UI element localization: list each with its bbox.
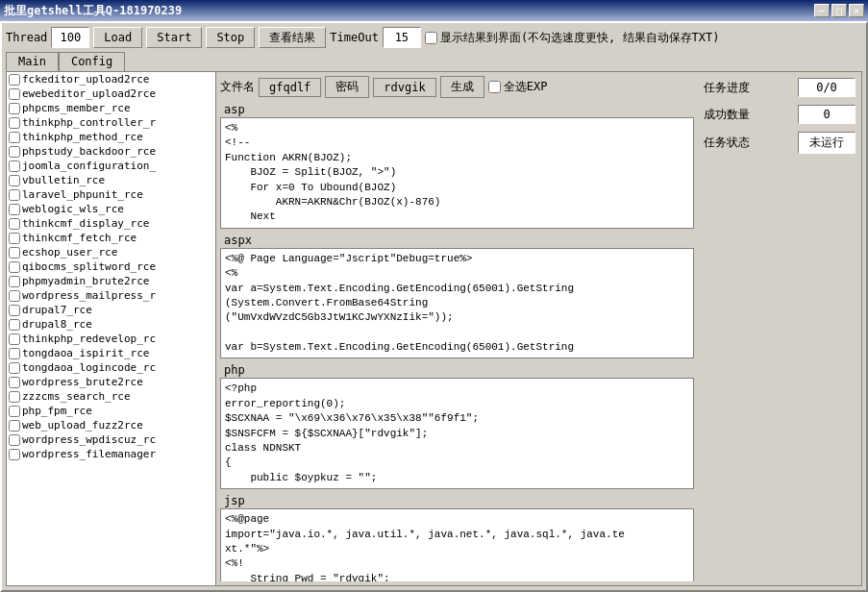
stop-button[interactable]: Stop bbox=[206, 27, 255, 48]
list-item[interactable]: vbulletin_rce bbox=[7, 173, 215, 187]
code-section: asp<% <!-- Function AKRN(BJOZ); BJOZ = S… bbox=[220, 102, 694, 229]
file-checkbox[interactable] bbox=[9, 319, 20, 331]
file-checkbox[interactable] bbox=[9, 103, 20, 114]
file-checkbox[interactable] bbox=[9, 88, 20, 100]
list-item[interactable]: drupal7_rce bbox=[7, 303, 215, 317]
list-item[interactable]: thinkphp_redevelop_rc bbox=[7, 332, 215, 346]
tab-main[interactable]: Main bbox=[6, 52, 59, 71]
file-checkbox[interactable] bbox=[9, 434, 20, 446]
file-checkbox[interactable] bbox=[9, 189, 20, 201]
code-section-label: asp bbox=[220, 102, 694, 117]
tab-config[interactable]: Config bbox=[59, 52, 125, 71]
all-exp-label[interactable]: 全选EXP bbox=[488, 79, 548, 95]
file-checkbox[interactable] bbox=[9, 247, 20, 259]
middle-toolbar: 文件名 gfqdlf 密码 rdvgik 生成 全选EXP bbox=[220, 76, 694, 98]
list-item[interactable]: drupal8_rce bbox=[7, 317, 215, 332]
list-item[interactable]: tongdaoa_ispirit_rce bbox=[7, 346, 215, 360]
thread-input[interactable] bbox=[51, 27, 89, 48]
close-button[interactable]: × bbox=[849, 4, 864, 17]
file-checkbox[interactable] bbox=[9, 261, 20, 273]
file-checkbox[interactable] bbox=[9, 117, 20, 129]
list-item[interactable]: wordpress_wpdiscuz_rc bbox=[7, 432, 215, 447]
task-progress-value: 0/0 bbox=[798, 78, 856, 97]
minimize-button[interactable]: ─ bbox=[814, 4, 830, 17]
list-item[interactable]: ecshop_user_rce bbox=[7, 245, 215, 259]
file-checkbox[interactable] bbox=[9, 290, 20, 302]
list-item[interactable]: thinkcmf_display_rce bbox=[7, 216, 215, 231]
list-item[interactable]: phpmyadmin_brute2rce bbox=[7, 274, 215, 288]
file-checkbox[interactable] bbox=[9, 276, 20, 287]
file-checkbox[interactable] bbox=[9, 305, 20, 316]
file-checkbox[interactable] bbox=[9, 74, 20, 86]
list-item[interactable]: weblogic_wls_rce bbox=[7, 202, 215, 216]
show-result-label: 显示结果到界面(不勾选速度更快, 结果自动保存TXT) bbox=[440, 30, 720, 46]
list-item[interactable]: zzzcms_search_rce bbox=[7, 389, 215, 404]
file-name: ewebeditor_upload2rce bbox=[22, 87, 156, 100]
list-item[interactable]: phpcms_member_rce bbox=[7, 101, 215, 115]
mid-tab-generate[interactable]: 生成 bbox=[440, 76, 484, 98]
file-checkbox[interactable] bbox=[9, 204, 20, 215]
list-item[interactable]: php_fpm_rce bbox=[7, 404, 215, 418]
file-name: phpmyadmin_brute2rce bbox=[22, 275, 149, 287]
file-name: thinkphp_method_rce bbox=[22, 131, 143, 143]
file-name: wordpress_filemanager bbox=[22, 448, 156, 460]
file-checkbox[interactable] bbox=[9, 146, 20, 158]
window-controls: ─ □ × bbox=[814, 4, 864, 17]
file-checkbox[interactable] bbox=[9, 406, 20, 417]
file-checkbox[interactable] bbox=[9, 348, 20, 359]
show-result-checkbox[interactable] bbox=[425, 32, 437, 44]
file-name: wordpress_wpdiscuz_rc bbox=[22, 433, 156, 446]
file-checkbox[interactable] bbox=[9, 218, 20, 230]
all-exp-checkbox[interactable] bbox=[488, 81, 501, 93]
file-checkbox[interactable] bbox=[9, 391, 20, 403]
list-item[interactable]: fckeditor_upload2rce bbox=[7, 72, 215, 86]
code-box[interactable]: <%@ Page Language="Jscript"Debug=true%> … bbox=[220, 248, 694, 359]
file-checkbox[interactable] bbox=[9, 233, 20, 244]
code-section-label: jsp bbox=[220, 493, 694, 508]
view-result-button[interactable]: 查看结果 bbox=[259, 27, 326, 48]
list-item[interactable]: web_upload_fuzz2rce bbox=[7, 418, 215, 432]
file-checkbox[interactable] bbox=[9, 175, 20, 186]
file-list-panel: fckeditor_upload2rceewebeditor_upload2rc… bbox=[7, 72, 216, 585]
file-checkbox[interactable] bbox=[9, 377, 20, 388]
list-item[interactable]: thinkphp_controller_r bbox=[7, 115, 215, 130]
list-item[interactable]: thinkcmf_fetch_rce bbox=[7, 231, 215, 245]
code-box[interactable]: <% <!-- Function AKRN(BJOZ); BJOZ = Spli… bbox=[220, 117, 694, 229]
mid-tab-password[interactable]: 密码 bbox=[325, 76, 369, 98]
file-name: tongdaoa_logincode_rc bbox=[22, 361, 156, 374]
file-checkbox[interactable] bbox=[9, 132, 20, 143]
list-item[interactable]: thinkphp_method_rce bbox=[7, 130, 215, 144]
load-button[interactable]: Load bbox=[93, 27, 142, 48]
code-section: php<?php error_reporting(0); $SCXNAA = "… bbox=[220, 362, 694, 489]
middle-panel: 文件名 gfqdlf 密码 rdvgik 生成 全选EXP asp<% <!--… bbox=[216, 72, 698, 585]
list-item[interactable]: phpstudy_backdoor_rce bbox=[7, 144, 215, 159]
file-checkbox[interactable] bbox=[9, 362, 20, 374]
file-name: thinkcmf_display_rce bbox=[22, 217, 149, 230]
list-item[interactable]: laravel_phpunit_rce bbox=[7, 187, 215, 202]
mid-tab-gfqdlf[interactable]: gfqdlf bbox=[259, 78, 321, 97]
code-box[interactable]: <%@page import="java.io.*, java.util.*, … bbox=[220, 508, 694, 581]
show-result-checkbox-label[interactable]: 显示结果到界面(不勾选速度更快, 结果自动保存TXT) bbox=[425, 30, 720, 46]
list-item[interactable]: qibocms_splitword_rce bbox=[7, 259, 215, 274]
file-checkbox[interactable] bbox=[9, 333, 20, 345]
code-section-label: aspx bbox=[220, 233, 694, 248]
code-box[interactable]: <?php error_reporting(0); $SCXNAA = "\x6… bbox=[220, 378, 694, 489]
timeout-input[interactable] bbox=[383, 27, 421, 48]
list-item[interactable]: tongdaoa_logincode_rc bbox=[7, 360, 215, 375]
start-button[interactable]: Start bbox=[146, 27, 202, 48]
mid-tab-rdvgik[interactable]: rdvgik bbox=[373, 78, 435, 97]
list-item[interactable]: joomla_configuration_ bbox=[7, 159, 215, 173]
file-checkbox[interactable] bbox=[9, 420, 20, 432]
maximize-button[interactable]: □ bbox=[831, 4, 847, 17]
list-item[interactable]: wordpress_brute2rce bbox=[7, 375, 215, 389]
list-item[interactable]: wordpress_mailpress_r bbox=[7, 288, 215, 303]
list-item[interactable]: ewebeditor_upload2rce bbox=[7, 86, 215, 101]
file-name: drupal7_rce bbox=[22, 304, 92, 316]
list-item[interactable]: wordpress_filemanager bbox=[7, 447, 215, 461]
success-count-row: 成功数量 0 bbox=[704, 105, 856, 124]
file-checkbox[interactable] bbox=[9, 160, 20, 172]
file-checkbox[interactable] bbox=[9, 449, 20, 460]
task-progress-label: 任务进度 bbox=[704, 80, 750, 96]
file-list: fckeditor_upload2rceewebeditor_upload2rc… bbox=[7, 72, 215, 461]
code-sections: asp<% <!-- Function AKRN(BJOZ); BJOZ = S… bbox=[220, 102, 694, 581]
